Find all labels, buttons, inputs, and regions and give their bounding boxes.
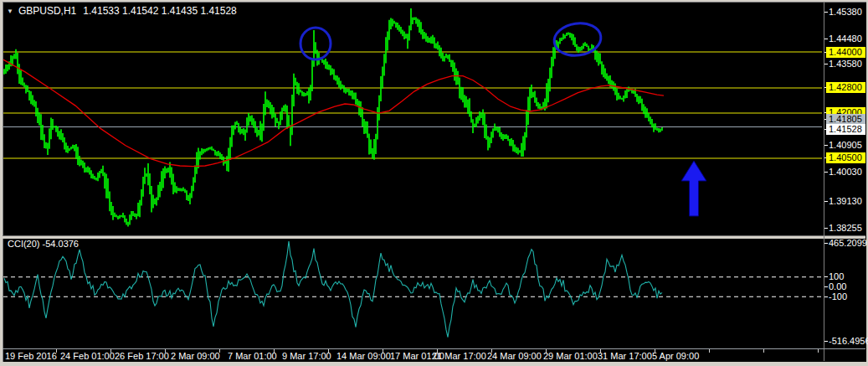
price-axis-tick — [824, 12, 828, 13]
price-axis-label: 1.43580 — [829, 59, 862, 70]
panel-separator[interactable] — [3, 235, 865, 239]
price-tag-white: 1.41528 — [826, 124, 865, 135]
time-axis-tick — [491, 349, 492, 353]
time-axis-tick — [56, 349, 57, 353]
time-axis-label: 19 Feb 2016 — [5, 351, 57, 361]
price-axis-label: 1.40905 — [829, 140, 862, 151]
price-axis-label: 1.39130 — [829, 196, 862, 207]
cci-axis-tick — [824, 276, 828, 277]
time-axis-tick — [600, 349, 601, 353]
chart-title: ▼GBPUSD,H11.41533 1.41542 1.41435 1.4152… — [7, 5, 237, 17]
price-axis-tick — [824, 145, 828, 146]
price-axis-tick — [824, 201, 828, 202]
price-axis-label: 1.40030 — [829, 167, 862, 178]
time-axis-tick — [546, 349, 547, 353]
price-axis-label: 1.44480 — [829, 34, 862, 44]
cci-line-series — [4, 241, 662, 338]
candlestick-series — [4, 8, 662, 227]
price-axis-tick — [824, 64, 828, 64]
cci-axis-tick — [824, 341, 828, 342]
time-axis-label: 24 Mar 09:00 — [487, 351, 542, 361]
cci-axis-label: -516.4956 — [829, 336, 868, 347]
price-tag-yellow: 1.40500 — [826, 152, 865, 163]
price-axis-label: 1.45380 — [829, 7, 862, 18]
cci-axis-tick — [824, 243, 828, 244]
time-axis-label: 7 Mar 01:00 — [228, 351, 277, 361]
time-axis-tick — [655, 349, 655, 353]
time-axis-label: 2 Mar 09:00 — [171, 351, 220, 361]
cci-axis-label: -100 — [829, 291, 847, 302]
price-axis-label: 1.38255 — [829, 223, 862, 234]
time-axis-border — [3, 348, 865, 349]
annotation-up-arrow[interactable] — [681, 161, 706, 216]
symbol-dropdown-icon: ▼ — [7, 8, 13, 15]
time-axis-label: 9 Mar 17:00 — [282, 351, 331, 361]
time-axis-tick — [709, 349, 710, 353]
time-axis-label: 5 Apr 09:00 — [652, 351, 699, 361]
cci-axis-tick — [824, 286, 828, 287]
price-axis-tick — [824, 228, 828, 229]
time-axis-tick — [818, 349, 819, 353]
time-axis-label: 21 Mar 17:00 — [432, 351, 486, 361]
time-axis-label: 26 Feb 17:00 — [115, 351, 169, 361]
cci-panel-canvas[interactable] — [3, 239, 824, 348]
symbol-timeframe-label: GBPUSD,H1 — [18, 5, 76, 17]
time-axis-label: 29 Mar 01:00 — [543, 351, 598, 361]
time-axis-tick — [165, 349, 166, 353]
ohlc-values: 1.41533 1.41542 1.41435 1.41528 — [83, 5, 237, 17]
time-axis-tick — [763, 349, 764, 353]
main-chart-canvas[interactable] — [3, 3, 824, 235]
cci-axis-tick — [824, 296, 828, 297]
price-axis-tick — [824, 172, 828, 173]
time-axis-tick — [328, 349, 329, 353]
time-axis-tick — [437, 349, 438, 353]
price-axis-tick — [824, 39, 828, 39]
cci-indicator-label: CCI(20) -54.0376 — [8, 239, 79, 249]
mt4-terminal: { "header": { "symbol": "GBPUSD,H1", "oh… — [0, 0, 868, 366]
axis-divider-line — [824, 2, 824, 361]
time-axis-tick — [110, 349, 111, 353]
time-axis-tick — [383, 349, 383, 353]
time-axis-tick — [219, 349, 220, 353]
time-axis-label: 24 Feb 01:00 — [60, 351, 115, 361]
price-tag-yellow: 1.44000 — [826, 47, 865, 58]
cci-axis-label: 465.2099 — [829, 238, 867, 249]
price-tag-yellow: 1.42800 — [826, 82, 865, 93]
time-axis-tick — [274, 349, 275, 353]
time-axis-label: 31 Mar 17:00 — [598, 351, 652, 361]
